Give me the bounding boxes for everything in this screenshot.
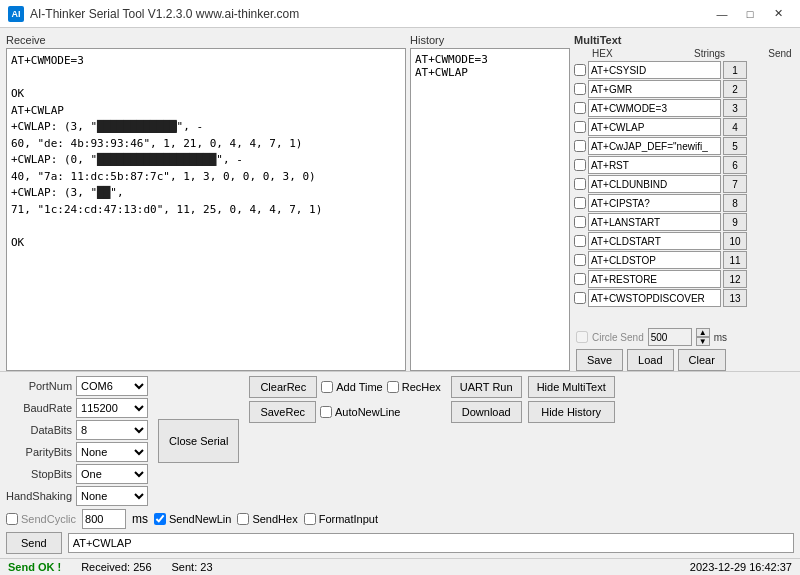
data-bits-select[interactable]: 8 [76, 420, 148, 440]
add-time-check[interactable]: Add Time [321, 381, 382, 393]
mt-input-1[interactable] [588, 80, 721, 98]
mt-checkbox-6[interactable] [574, 178, 586, 190]
send-hex-check[interactable]: SendHex [237, 513, 297, 525]
history-item[interactable]: AT+CWLAP [415, 66, 565, 79]
send-hex-checkbox[interactable] [237, 513, 249, 525]
close-button[interactable]: ✕ [764, 4, 792, 24]
uart-run-button[interactable]: UART Run [451, 376, 522, 398]
save-rec-button[interactable]: SaveRec [249, 401, 316, 423]
minimize-button[interactable]: — [708, 4, 736, 24]
mt-send-btn-12[interactable]: 13 [723, 289, 747, 307]
circle-send-checkbox[interactable] [576, 331, 588, 343]
mt-input-9[interactable] [588, 232, 721, 250]
mt-send-btn-9[interactable]: 10 [723, 232, 747, 250]
mt-input-6[interactable] [588, 175, 721, 193]
hide-history-button[interactable]: Hide History [528, 401, 615, 423]
send-newline-checkbox[interactable] [154, 513, 166, 525]
receive-line: OK [11, 235, 401, 252]
send-input[interactable] [68, 533, 794, 553]
hide-multitext-button[interactable]: Hide MultiText [528, 376, 615, 398]
mt-checkbox-9[interactable] [574, 235, 586, 247]
format-input-checkbox[interactable] [304, 513, 316, 525]
download-button[interactable]: Download [451, 401, 522, 423]
history-area[interactable]: AT+CWMODE=3 AT+CWLAP [410, 48, 570, 371]
mt-input-10[interactable] [588, 251, 721, 269]
send-newline-check[interactable]: SendNewLin [154, 513, 231, 525]
mt-send-btn-1[interactable]: 2 [723, 80, 747, 98]
received-value: 256 [133, 561, 151, 573]
mt-checkbox-1[interactable] [574, 83, 586, 95]
mt-send-btn-0[interactable]: 1 [723, 61, 747, 79]
load-button[interactable]: Load [627, 349, 673, 371]
mt-send-btn-5[interactable]: 6 [723, 156, 747, 174]
auto-newline-check[interactable]: AutoNewLine [320, 406, 400, 418]
mt-input-2[interactable] [588, 99, 721, 117]
mt-send-btn-6[interactable]: 7 [723, 175, 747, 193]
mt-send-btn-4[interactable]: 5 [723, 137, 747, 155]
mt-send-btn-2[interactable]: 3 [723, 99, 747, 117]
title-bar-controls[interactable]: — □ ✕ [708, 4, 792, 24]
port-num-select[interactable]: COM6 [76, 376, 148, 396]
mt-input-8[interactable] [588, 213, 721, 231]
multitext-cols: HEX Strings Send [574, 48, 794, 59]
add-time-checkbox[interactable] [321, 381, 333, 393]
mt-row: 8 [574, 194, 794, 212]
stop-bits-select[interactable]: One [76, 464, 148, 484]
clear-rec-button[interactable]: ClearRec [249, 376, 317, 398]
circle-send-down[interactable]: ▼ [696, 337, 710, 346]
receive-line: 60, "de: 4b:93:93:46", 1, 21, 0, 4, 4, 7… [11, 136, 401, 153]
ctrl-row4: Send [6, 532, 794, 554]
parity-label: ParityBits [6, 446, 72, 458]
circle-send-label: Circle Send [592, 332, 644, 343]
mt-input-11[interactable] [588, 270, 721, 288]
mt-checkbox-8[interactable] [574, 216, 586, 228]
mt-input-12[interactable] [588, 289, 721, 307]
mt-send-btn-11[interactable]: 12 [723, 270, 747, 288]
mt-checkbox-4[interactable] [574, 140, 586, 152]
right-btns: UART Run Download [451, 376, 522, 423]
mt-send-btn-7[interactable]: 8 [723, 194, 747, 212]
mt-input-3[interactable] [588, 118, 721, 136]
datetime: 2023-12-29 16:42:37 [690, 561, 792, 573]
history-item[interactable]: AT+CWMODE=3 [415, 53, 565, 66]
mt-checkbox-12[interactable] [574, 292, 586, 304]
mt-input-4[interactable] [588, 137, 721, 155]
send-cyclic-check[interactable]: SendCyclic [6, 513, 76, 525]
rec-hex-checkbox[interactable] [387, 381, 399, 393]
handshaking-select[interactable]: None [76, 486, 148, 506]
mt-send-btn-10[interactable]: 11 [723, 251, 747, 269]
circle-send-spinner: ▲ ▼ [696, 328, 710, 346]
send-button[interactable]: Send [6, 532, 62, 554]
close-serial-button[interactable]: Close Serial [158, 419, 239, 463]
mt-checkbox-7[interactable] [574, 197, 586, 209]
mt-checkbox-2[interactable] [574, 102, 586, 114]
maximize-button[interactable]: □ [736, 4, 764, 24]
mt-checkbox-0[interactable] [574, 64, 586, 76]
mt-send-btn-8[interactable]: 9 [723, 213, 747, 231]
mt-checkbox-5[interactable] [574, 159, 586, 171]
mt-row: 12 [574, 270, 794, 288]
clear-button[interactable]: Clear [678, 349, 726, 371]
app-icon: AI [8, 6, 24, 22]
mt-checkbox-3[interactable] [574, 121, 586, 133]
mt-input-7[interactable] [588, 194, 721, 212]
circle-send-up[interactable]: ▲ [696, 328, 710, 337]
mt-row: 3 [574, 99, 794, 117]
circle-send-input[interactable] [648, 328, 692, 346]
baud-rate-select[interactable]: 115200 [76, 398, 148, 418]
send-cyclic-input[interactable] [82, 509, 126, 529]
mt-checkbox-11[interactable] [574, 273, 586, 285]
mt-send-btn-3[interactable]: 4 [723, 118, 747, 136]
mt-checkbox-10[interactable] [574, 254, 586, 266]
rec-hex-check[interactable]: RecHex [387, 381, 441, 393]
multitext-title: MultiText [574, 34, 621, 46]
save-button[interactable]: Save [576, 349, 623, 371]
mt-input-5[interactable] [588, 156, 721, 174]
send-cyclic-checkbox[interactable] [6, 513, 18, 525]
auto-newline-checkbox[interactable] [320, 406, 332, 418]
mt-input-0[interactable] [588, 61, 721, 79]
format-input-check[interactable]: FormatInput [304, 513, 378, 525]
mt-row: 6 [574, 156, 794, 174]
receive-line: +CWLAP: (3, "████████████", - [11, 119, 401, 136]
parity-select[interactable]: None [76, 442, 148, 462]
